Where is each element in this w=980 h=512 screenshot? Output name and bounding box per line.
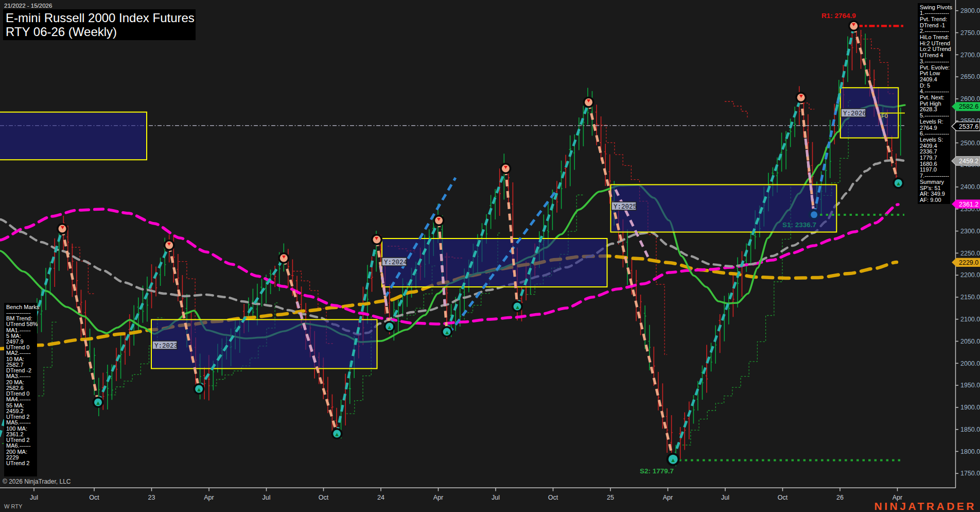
svg-text:Levels S:: Levels S: (920, 136, 943, 143)
svg-text:2.-------------: 2.------------- (920, 28, 949, 34)
svg-text:S1: 2336.7: S1: 2336.7 (782, 221, 816, 229)
svg-text:Pvt. Next:: Pvt. Next: (920, 94, 944, 100)
svg-text:20 MA:: 20 MA: (6, 379, 24, 385)
svg-text:Summary: Summary (920, 179, 944, 185)
svg-text:MA2.------: MA2.------ (6, 350, 31, 356)
svg-text:AF: 9.00: AF: 9.00 (920, 197, 941, 203)
svg-text:W RTY: W RTY (4, 503, 23, 509)
svg-text:Apr: Apr (663, 494, 673, 501)
svg-text:2200.0: 2200.0 (960, 271, 980, 279)
svg-text:MA3.------: MA3.------ (6, 373, 31, 379)
svg-text:26: 26 (836, 494, 844, 501)
svg-text:2582.6: 2582.6 (959, 103, 978, 110)
svg-text:10 MA:: 10 MA: (6, 356, 24, 362)
svg-text:1800.0: 1800.0 (960, 448, 980, 455)
svg-text:Levels R:: Levels R: (920, 118, 943, 125)
svg-text:55 MA:: 55 MA: (6, 402, 24, 408)
svg-text:1850.0: 1850.0 (960, 426, 980, 433)
svg-text:200 MA:: 200 MA: (6, 449, 27, 455)
svg-text:2400.0: 2400.0 (960, 183, 980, 191)
svg-text:© 2026 NinjaTrader, LLC: © 2026 NinjaTrader, LLC (3, 478, 71, 485)
svg-text:23: 23 (148, 494, 155, 501)
svg-text:1900.0: 1900.0 (960, 404, 980, 411)
svg-text:DTrend -1: DTrend -1 (920, 22, 945, 28)
svg-text:Jul: Jul (262, 494, 271, 501)
svg-text:S2: 1779.7: S2: 1779.7 (640, 467, 674, 475)
svg-text:Y:2025: Y:2025 (614, 203, 637, 211)
svg-text:Jul: Jul (30, 494, 38, 501)
svg-text:MA5.------: MA5.------ (6, 419, 31, 425)
svg-text:1950.0: 1950.0 (960, 382, 980, 389)
svg-text:5 MA:: 5 MA: (6, 333, 21, 339)
svg-text:2500.0: 2500.0 (960, 140, 980, 147)
svg-text:2628.3: 2628.3 (920, 106, 937, 112)
svg-text:UTrend 58%: UTrend 58% (6, 321, 38, 327)
svg-text:2459.2: 2459.2 (6, 408, 24, 414)
svg-text:1779.7: 1779.7 (920, 155, 937, 161)
svg-text:Pvt High: Pvt High (920, 100, 941, 107)
svg-text:AR: 349.9: AR: 349.9 (920, 191, 945, 197)
svg-text:1.-------------: 1.------------- (920, 10, 949, 16)
svg-text:3.-------------: 3.------------- (920, 58, 949, 64)
svg-text:2764.9: 2764.9 (920, 125, 937, 131)
svg-text:2582.7: 2582.7 (6, 362, 24, 368)
svg-text:Hi:2 UTrend: Hi:2 UTrend (920, 40, 950, 46)
svg-text:-------------: ------------- (6, 310, 31, 316)
svg-text:Bench Marks: Bench Marks (6, 304, 40, 310)
svg-text:Jul: Jul (492, 494, 500, 501)
svg-text:E-mini Russell 2000 Index Futu: E-mini Russell 2000 Index Futures (6, 11, 195, 25)
svg-text:Lo:2 UTrend: Lo:2 UTrend (920, 46, 951, 52)
svg-text:NINJATRADER: NINJATRADER (874, 500, 976, 512)
svg-text:2229: 2229 (6, 454, 19, 460)
svg-text:HiLo Trend:: HiLo Trend: (920, 34, 949, 40)
svg-text:F0: F0 (881, 113, 888, 119)
svg-text:1680.6: 1680.6 (920, 161, 937, 167)
svg-text:1197.0: 1197.0 (920, 166, 937, 173)
svg-text:DTrend 0: DTrend 0 (6, 390, 29, 397)
svg-text:25: 25 (607, 494, 614, 501)
svg-text:UTrend 0: UTrend 0 (6, 344, 29, 350)
svg-text:BM Trend:: BM Trend: (6, 315, 32, 321)
svg-text:UTrend 2: UTrend 2 (6, 414, 29, 420)
svg-text:7.-------------: 7.------------- (920, 173, 949, 179)
svg-text:D: 5: D: 5 (920, 82, 930, 89)
svg-text:2582.6: 2582.6 (6, 385, 24, 391)
svg-text:21/2022 - 15/2026: 21/2022 - 15/2026 (4, 3, 52, 9)
svg-text:UTrend 2: UTrend 2 (6, 460, 29, 466)
svg-text:1750.0: 1750.0 (960, 470, 980, 477)
svg-text:100 MA:: 100 MA: (6, 425, 27, 432)
svg-text:UTrend 2: UTrend 2 (6, 437, 29, 443)
svg-text:2050.0: 2050.0 (960, 338, 980, 345)
svg-text:2300.0: 2300.0 (960, 228, 980, 235)
svg-text:R1: 2764.9: R1: 2764.9 (821, 12, 856, 20)
svg-text:Swing Pivots: Swing Pivots (920, 4, 952, 10)
svg-text:Y:2023: Y:2023 (154, 343, 178, 350)
svg-text:6.-------------: 6.------------- (920, 130, 949, 136)
svg-text:5.-------------: 5.------------- (920, 112, 949, 118)
svg-text:RTY 06-26 (Weekly): RTY 06-26 (Weekly) (6, 25, 117, 39)
svg-text:2361.2: 2361.2 (6, 431, 24, 437)
svg-text:2750.0: 2750.0 (960, 29, 980, 37)
svg-text:2150.0: 2150.0 (960, 294, 980, 301)
svg-text:DTrend -2: DTrend -2 (6, 367, 31, 373)
svg-text:MA1.------: MA1.------ (6, 327, 31, 333)
svg-text:2537.6: 2537.6 (959, 123, 978, 130)
svg-text:Pvt. Trend:: Pvt. Trend: (920, 16, 947, 22)
svg-text:Y:2026: Y:2026 (843, 110, 866, 117)
svg-text:2800.0: 2800.0 (960, 7, 980, 14)
svg-text:2650.0: 2650.0 (960, 73, 980, 80)
svg-text:UTrend 4: UTrend 4 (920, 52, 943, 58)
svg-text:2497.9: 2497.9 (6, 338, 24, 345)
svg-text:Pvt Low: Pvt Low (920, 70, 940, 76)
svg-text:Apr: Apr (433, 494, 443, 501)
svg-text:2409.4: 2409.4 (920, 143, 937, 149)
svg-text:24: 24 (377, 494, 384, 501)
svg-text:2000.0: 2000.0 (960, 360, 980, 367)
svg-text:2700.0: 2700.0 (960, 52, 980, 59)
svg-text:2100.0: 2100.0 (960, 316, 980, 323)
svg-text:4.-------------: 4.------------- (920, 88, 949, 94)
svg-text:2229.0: 2229.0 (959, 259, 978, 266)
svg-text:2250.0: 2250.0 (960, 250, 980, 257)
svg-text:Oct: Oct (89, 494, 99, 501)
svg-text:2409.4: 2409.4 (920, 76, 937, 82)
